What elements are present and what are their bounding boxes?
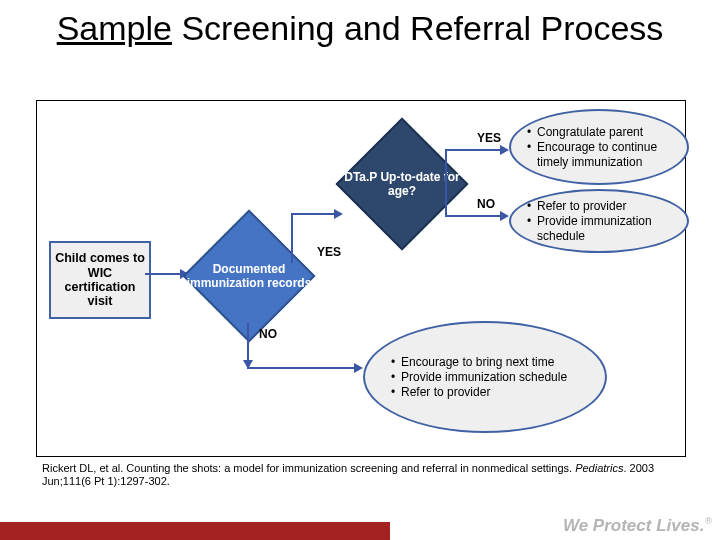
footer: We Protect Lives.® xyxy=(0,510,720,540)
bullet-text: Encourage to continue timely immunizatio… xyxy=(537,140,687,170)
flowchart: Child comes to WIC certification visit D… xyxy=(36,100,686,457)
label-no2: NO xyxy=(477,197,495,211)
connector xyxy=(445,183,447,217)
node-start: Child comes to WIC certification visit xyxy=(49,241,151,319)
node-decision-dtap: DTa.P Up-to-date for age? xyxy=(336,118,469,251)
bullet-text: Refer to provider xyxy=(537,199,626,214)
arrow-start-to-decision1 xyxy=(145,273,187,275)
arrow-records-yes xyxy=(293,213,341,215)
citation-journal: Pediatrics xyxy=(575,462,623,474)
outcome-no-list: •Encourage to bring next time •Provide i… xyxy=(391,355,567,400)
bullet-text: Provide immunization schedule xyxy=(537,214,687,244)
label-yes2: YES xyxy=(477,131,501,145)
node-start-text: Child comes to WIC certification visit xyxy=(55,251,145,309)
bullet-text: Refer to provider xyxy=(401,385,490,400)
tagline-text: We Protect Lives. xyxy=(563,516,704,535)
slide: Sample Screening and Referral Process Ch… xyxy=(0,0,720,540)
footer-red-bar xyxy=(0,522,390,540)
slide-title: Sample Screening and Referral Process xyxy=(0,8,720,48)
bullet-text: Congratulate parent xyxy=(537,125,643,140)
connector xyxy=(445,149,447,183)
arrow-dtap-no xyxy=(451,215,507,217)
node-outcome-yes-yes: •Congratulate parent •Encourage to conti… xyxy=(509,109,689,185)
registered-mark-icon: ® xyxy=(705,516,712,526)
bullet-text: Encourage to bring next time xyxy=(401,355,554,370)
title-underlined: Sample xyxy=(57,9,172,47)
outcome-yes-no-list: •Refer to provider •Provide immunization… xyxy=(527,199,687,244)
outcome-yes-yes-list: •Congratulate parent •Encourage to conti… xyxy=(527,125,687,170)
citation: Rickert DL, et al. Counting the shots: a… xyxy=(42,462,678,488)
node-outcome-no: •Encourage to bring next time •Provide i… xyxy=(363,321,607,433)
title-rest: Screening and Referral Process xyxy=(172,9,663,47)
connector xyxy=(445,215,453,217)
connector-records-no-v xyxy=(247,323,249,367)
arrow-records-no xyxy=(247,367,361,369)
connector xyxy=(291,213,293,231)
tagline: We Protect Lives.® xyxy=(563,516,712,536)
label-no1: NO xyxy=(259,327,277,341)
connector xyxy=(291,229,293,263)
arrow-dtap-yes xyxy=(451,149,507,151)
node-decision-records-text: Documented immunization records xyxy=(186,262,312,291)
node-decision-records: Documented immunization records xyxy=(183,210,316,343)
label-yes1: YES xyxy=(317,245,341,259)
bullet-text: Provide immunization schedule xyxy=(401,370,567,385)
citation-text: Rickert DL, et al. Counting the shots: a… xyxy=(42,462,575,474)
node-outcome-yes-no: •Refer to provider •Provide immunization… xyxy=(509,189,689,253)
